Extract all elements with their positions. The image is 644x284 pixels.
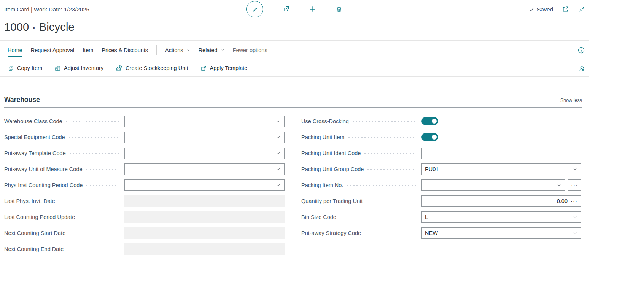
bin-size-code-combobox[interactable]: L xyxy=(421,211,581,223)
ellipsis-assist-icon[interactable]: ··· xyxy=(569,198,581,204)
unpin-button[interactable] xyxy=(578,65,585,72)
field-value: NEW xyxy=(422,230,569,236)
packing-unit-group-code-combobox[interactable]: PU01 xyxy=(421,163,581,175)
delete-button[interactable] xyxy=(336,6,343,13)
dotted-leader xyxy=(353,121,416,122)
field-row-put-away-unit-of-measure-code: Put-away Unit of Measure Code xyxy=(4,163,285,175)
dotted-leader xyxy=(67,249,119,250)
add-icon xyxy=(309,5,316,13)
put-away-template-code-combobox[interactable] xyxy=(124,148,285,159)
adjust-inventory-button[interactable]: Adjust Inventory xyxy=(54,65,103,71)
field-row-packing-unit-group-code: Packing Unit Group Code PU01 xyxy=(301,163,581,175)
open-in-new-window-button[interactable] xyxy=(562,6,569,13)
chevron-down-icon[interactable] xyxy=(272,148,284,159)
edit-button[interactable] xyxy=(246,1,263,17)
create-stockkeeping-unit-button[interactable]: Create Stockkeeping Unit xyxy=(116,65,188,71)
chevron-down-icon[interactable] xyxy=(553,180,565,190)
field-label: Put-away Strategy Code xyxy=(301,230,361,236)
field-label: Special Equipment Code xyxy=(4,134,65,140)
copy-item-button[interactable]: Copy Item xyxy=(8,65,42,71)
field-label: Packing Unit Group Code xyxy=(301,166,364,172)
tab-home[interactable]: Home xyxy=(8,41,22,60)
section-title[interactable]: Warehouse xyxy=(4,96,40,104)
field-label: Next Counting End Date xyxy=(4,246,64,252)
field-value: 0.00 xyxy=(422,198,569,204)
last-counting-period-update-field xyxy=(124,211,285,223)
field-value: _ xyxy=(128,200,131,205)
warehouse-class-code-combobox[interactable] xyxy=(124,116,285,127)
chevron-down-icon[interactable] xyxy=(569,228,581,238)
field-label: Packing Unit Ident Code xyxy=(301,150,361,156)
dotted-leader xyxy=(79,217,119,218)
dotted-leader xyxy=(69,137,119,138)
dotted-leader xyxy=(367,169,416,170)
chevron-down-icon[interactable] xyxy=(569,164,581,175)
chevron-down-icon[interactable] xyxy=(272,180,284,190)
action-label: Adjust Inventory xyxy=(64,65,103,71)
next-counting-start-date-field xyxy=(124,227,285,239)
dotted-leader xyxy=(365,233,416,234)
right-field-column: Use Cross-Docking Packing Unit Item Pack… xyxy=(301,116,581,259)
menu-label: Related xyxy=(199,47,218,53)
chevron-down-icon[interactable] xyxy=(569,212,581,222)
chevron-down-icon[interactable] xyxy=(272,132,284,143)
field-row-warehouse-class-code: Warehouse Class Code xyxy=(4,116,285,127)
packing-item-no-assist-button[interactable]: ··· xyxy=(568,179,581,191)
field-label: Last Counting Period Update xyxy=(4,214,75,220)
dotted-leader xyxy=(348,137,416,138)
fewer-options-button[interactable]: Fewer options xyxy=(233,47,267,53)
field-row-quantity-per-trading-unit: Quantity per Trading Unit 0.00 ··· xyxy=(301,195,581,207)
share-button[interactable] xyxy=(282,5,290,13)
tab-label: Prices & Discounts xyxy=(102,47,148,53)
packing-unit-ident-code-input[interactable] xyxy=(421,148,581,159)
apply-template-button[interactable]: Apply Template xyxy=(200,65,248,71)
action-label: Apply Template xyxy=(210,65,248,71)
info-button[interactable] xyxy=(577,46,585,54)
put-away-strategy-code-combobox[interactable]: NEW xyxy=(421,227,581,239)
field-row-next-counting-start-date: Next Counting Start Date xyxy=(4,227,285,239)
tab-label: Home xyxy=(8,47,22,53)
dotted-leader xyxy=(86,169,119,170)
check-icon xyxy=(529,6,534,12)
menu-label: Actions xyxy=(165,47,183,53)
tab-prices-discounts[interactable]: Prices & Discounts xyxy=(102,41,148,60)
tab-item[interactable]: Item xyxy=(83,41,93,60)
field-row-last-phys-invt-date: Last Phys. Invt. Date _ xyxy=(4,195,285,207)
menu-actions[interactable]: Actions xyxy=(165,47,190,53)
section-divider xyxy=(4,107,582,108)
top-command-bar: Item Card | Work Date: 1/23/2025 xyxy=(0,0,589,15)
chevron-down-icon xyxy=(186,48,190,52)
new-button[interactable] xyxy=(309,5,316,13)
info-icon xyxy=(577,46,585,54)
tab-request-approval[interactable]: Request Approval xyxy=(31,41,74,60)
chevron-down-icon[interactable] xyxy=(272,116,284,127)
toggle-knob xyxy=(432,119,437,124)
warehouse-fields: Warehouse Class Code Special Equipment C… xyxy=(4,116,582,259)
collapse-button[interactable] xyxy=(578,6,585,13)
put-away-unit-of-measure-code-combobox[interactable] xyxy=(124,163,285,175)
open-in-new-window-icon xyxy=(562,6,569,13)
dotted-leader xyxy=(70,153,119,154)
show-less-link[interactable]: Show less xyxy=(560,98,582,103)
field-row-last-counting-period-update: Last Counting Period Update xyxy=(4,211,285,223)
field-row-put-away-strategy-code: Put-away Strategy Code NEW xyxy=(301,227,581,239)
field-label: Put-away Template Code xyxy=(4,150,66,156)
dotted-leader xyxy=(364,153,416,154)
phys-invt-counting-period-code-combobox[interactable] xyxy=(124,179,285,191)
next-counting-end-date-field xyxy=(124,243,285,255)
page-title: 1000 · Bicycle xyxy=(4,21,589,33)
dotted-leader xyxy=(366,201,416,202)
share-icon xyxy=(282,5,290,13)
packing-unit-item-toggle[interactable] xyxy=(421,133,438,141)
field-label: Packing Unit Item xyxy=(301,134,345,140)
special-equipment-code-combobox[interactable] xyxy=(124,132,285,143)
window-controls: Saved xyxy=(343,6,589,13)
packing-item-no-combobox[interactable] xyxy=(421,179,565,191)
item-card-page: Item Card | Work Date: 1/23/2025 xyxy=(0,0,589,259)
field-value: PU01 xyxy=(422,166,569,172)
use-cross-docking-toggle[interactable] xyxy=(421,117,438,125)
field-label: Packing Item No. xyxy=(301,182,343,188)
quantity-per-trading-unit-input[interactable]: 0.00 ··· xyxy=(421,195,581,207)
menu-related[interactable]: Related xyxy=(199,47,224,53)
chevron-down-icon[interactable] xyxy=(272,164,284,175)
